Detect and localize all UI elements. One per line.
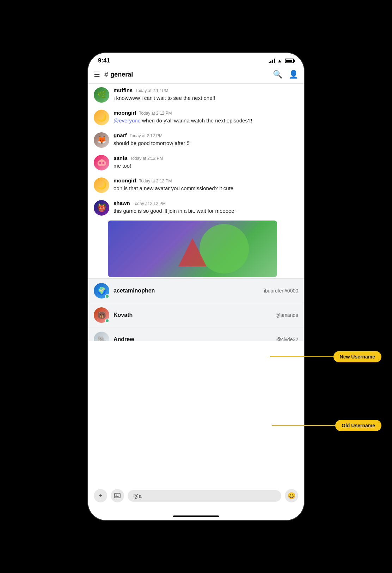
- plus-button[interactable]: +: [94, 489, 107, 502]
- image-button[interactable]: [111, 489, 124, 502]
- message-content: moongirl Today at 2:12 PM @everyone when…: [114, 110, 298, 125]
- message-content: gnarf Today at 2:12 PM should be good to…: [114, 132, 298, 147]
- signal-bar-4: [274, 59, 275, 63]
- channel-header: ☰ # general 🔍 👤: [88, 67, 304, 84]
- header-icons: 🔍 👤: [273, 70, 298, 79]
- image-shape: [200, 224, 249, 273]
- user-info: acetaminophen ibuprofen#0000: [114, 288, 298, 294]
- emoji-button[interactable]: 😀: [285, 489, 298, 502]
- user-avatar-wrap: 🐘: [94, 332, 109, 341]
- svg-rect-0: [115, 493, 120, 498]
- user-avatar-wrap: 🌍: [94, 283, 109, 298]
- avatar: 🌙: [94, 177, 109, 193]
- battery-icon: [285, 59, 294, 63]
- timestamp: Today at 2:12 PM: [130, 133, 163, 138]
- message-text: @everyone when do y'all wanna watch the …: [114, 117, 298, 125]
- online-indicator: [105, 294, 109, 298]
- message-item: 🐽 santa Today at 2:12 PM me too!: [88, 151, 304, 174]
- username: moongirl: [114, 177, 136, 183]
- username: muffins: [114, 87, 133, 93]
- channel-title: # general: [104, 71, 273, 79]
- message-text: should be good tomorrow after 5: [114, 139, 298, 147]
- wifi-icon: ▲: [277, 58, 282, 64]
- timestamp: Today at 2:12 PM: [135, 88, 168, 93]
- image-preview: [108, 221, 277, 277]
- message-item: 👹 shawn Today at 2:12 PM this game is so…: [88, 197, 304, 219]
- message-content: shawn Today at 2:12 PM this game is so g…: [114, 200, 298, 215]
- message-content: muffins Today at 2:12 PM i knowwww i can…: [114, 87, 298, 102]
- username: shawn: [114, 200, 130, 206]
- message-item: 🌿 muffins Today at 2:12 PM i knowwww i c…: [88, 84, 304, 106]
- signal-bar-1: [269, 62, 270, 63]
- online-indicator: [105, 319, 109, 323]
- image-triangle: [178, 238, 207, 266]
- user-avatar: 🐘: [94, 332, 109, 341]
- status-time: 9:41: [98, 57, 110, 64]
- user-tag-kovath: @amanda: [275, 312, 298, 318]
- username: gnarf: [114, 132, 127, 138]
- message-item: 🌙 moongirl Today at 2:12 PM @everyone wh…: [88, 106, 304, 129]
- channel-name: general: [110, 71, 133, 78]
- timestamp: Today at 2:12 PM: [130, 156, 163, 161]
- username: santa: [114, 155, 127, 161]
- menu-icon[interactable]: ☰: [94, 70, 100, 79]
- status-icons: ▲: [269, 58, 294, 64]
- messages-area: 🌿 muffins Today at 2:12 PM i knowwww i c…: [88, 84, 304, 341]
- user-tag: @clyde32: [276, 337, 298, 341]
- mention-everyone: @everyone: [114, 117, 141, 123]
- avatar: 🌙: [94, 110, 109, 125]
- message-header: santa Today at 2:12 PM: [114, 155, 298, 161]
- message-header: moongirl Today at 2:12 PM: [114, 177, 298, 183]
- user-info: Kovath @amanda: [114, 312, 298, 318]
- message-item: 🌙 moongirl Today at 2:12 PM ooh is that …: [88, 174, 304, 197]
- user-display-name: acetaminophen: [114, 288, 155, 294]
- message-input[interactable]: [128, 490, 281, 502]
- message-header: muffins Today at 2:12 PM: [114, 87, 298, 93]
- user-info: Andrew @clyde32: [114, 336, 298, 341]
- hash-icon: #: [104, 71, 108, 79]
- avatar: 🦊: [94, 132, 109, 148]
- timestamp: Today at 2:12 PM: [139, 111, 172, 116]
- battery-fill: [286, 60, 292, 62]
- new-username-label: New Username: [333, 351, 381, 362]
- user-item[interactable]: 🐘 Andrew @clyde32: [88, 327, 304, 341]
- signal-bars-icon: [269, 58, 275, 63]
- users-list: 🌍 acetaminophen ibuprofen#0000 🐻: [88, 278, 304, 341]
- message-content: moongirl Today at 2:12 PM ooh is that a …: [114, 177, 298, 192]
- message-text: me too!: [114, 162, 298, 170]
- svg-point-1: [116, 495, 117, 496]
- user-avatar-wrap: 🐻: [94, 307, 109, 323]
- user-item[interactable]: 🐻 Kovath @amanda: [88, 303, 304, 327]
- user-display-name: Andrew: [114, 336, 134, 341]
- message-text: ooh is that a new avatar you commissione…: [114, 185, 298, 192]
- search-icon[interactable]: 🔍: [273, 70, 282, 79]
- username: moongirl: [114, 110, 136, 116]
- avatar: 🐽: [94, 155, 109, 170]
- user-item[interactable]: 🌍 acetaminophen ibuprofen#0000: [88, 279, 304, 303]
- signal-bar-2: [270, 61, 271, 63]
- message-item: 🦊 gnarf Today at 2:12 PM should be good …: [88, 129, 304, 151]
- timestamp: Today at 2:12 PM: [133, 201, 166, 206]
- old-username-label: Old Username: [335, 420, 381, 431]
- avatar: 👹: [94, 200, 109, 216]
- user-tag: ibuprofen#0000: [264, 288, 298, 294]
- message-header: shawn Today at 2:12 PM: [114, 200, 298, 206]
- message-header: gnarf Today at 2:12 PM: [114, 132, 298, 138]
- status-bar: 9:41 ▲: [88, 53, 304, 67]
- profile-icon[interactable]: 👤: [289, 70, 298, 79]
- signal-bar-3: [272, 60, 273, 63]
- avatar: 🌿: [94, 87, 109, 103]
- home-indicator: [173, 515, 219, 517]
- message-content: santa Today at 2:12 PM me too!: [114, 155, 298, 170]
- phone-frame: 9:41 ▲ ☰ # general �: [88, 53, 304, 520]
- timestamp: Today at 2:12 PM: [139, 179, 172, 183]
- bottom-bar: + 😀: [88, 485, 304, 506]
- message-header: moongirl Today at 2:12 PM: [114, 110, 298, 116]
- message-text: this game is so good ill join in a bit. …: [114, 207, 298, 215]
- user-display-name: Kovath: [114, 312, 133, 318]
- message-text: i knowwww i can't wait to see the next o…: [114, 94, 298, 102]
